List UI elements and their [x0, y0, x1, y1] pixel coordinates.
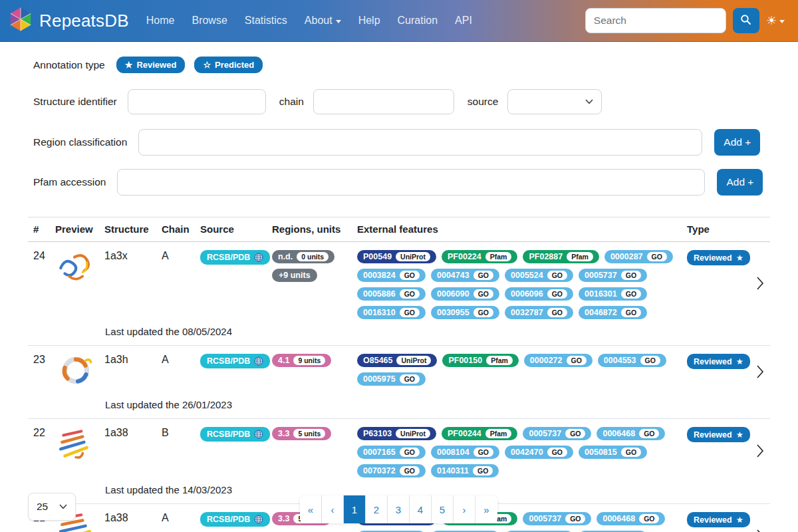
- page-button-3[interactable]: 3: [388, 495, 410, 523]
- globe-icon: [254, 515, 263, 524]
- add-pfam-button[interactable]: Add +: [717, 169, 763, 196]
- feature-badge-go[interactable]: 0000287GO: [604, 250, 673, 263]
- extra-units-badge[interactable]: +9 units: [272, 269, 317, 282]
- feature-badge-pfam[interactable]: PF00244Pfam: [442, 427, 517, 440]
- feature-badge-go[interactable]: 0007165GO: [357, 446, 426, 459]
- feature-badge-go[interactable]: 0008104GO: [431, 446, 499, 459]
- brand-logo[interactable]: RepeatsDB: [8, 7, 129, 35]
- source-name: RCSB/PDB: [207, 515, 250, 524]
- chain-id: A: [156, 354, 195, 392]
- feature-badge-go[interactable]: 0006096GO: [505, 287, 573, 301]
- nav-item-statistics[interactable]: Statistics: [245, 15, 287, 27]
- feature-badge-go[interactable]: 0050815GO: [579, 446, 647, 459]
- feature-badge-uniprot[interactable]: O85465UniProt: [357, 354, 437, 367]
- feature-badge-go[interactable]: 0005524GO: [505, 269, 573, 282]
- nav-item-home[interactable]: Home: [146, 15, 175, 27]
- annotation-type-label: Annotation type: [33, 59, 105, 71]
- prev-page-button[interactable]: ‹: [322, 495, 344, 523]
- page-button-5[interactable]: 5: [432, 495, 454, 523]
- add-region-button[interactable]: Add +: [714, 129, 760, 156]
- theme-toggle[interactable]: ☀: [766, 13, 785, 28]
- chevron-right-icon: [755, 442, 765, 460]
- column-header: Regions, units: [267, 223, 352, 235]
- region-classification-input[interactable]: [138, 129, 702, 156]
- feature-badge-go[interactable]: 0005737GO: [579, 269, 647, 282]
- structure-preview[interactable]: [50, 354, 99, 392]
- feature-badge-uniprot[interactable]: P63103UniProt: [357, 427, 436, 440]
- feature-badge-go-id: 0140311: [437, 466, 469, 475]
- star-filled-icon: ★: [736, 515, 743, 525]
- feature-badge-go[interactable]: 0032787GO: [505, 306, 573, 319]
- region-badge-tag: 9 units: [293, 356, 325, 365]
- source-badge[interactable]: RCSB/PDB: [200, 512, 270, 527]
- feature-badge-go[interactable]: 0016301GO: [579, 287, 647, 301]
- feature-badge-go[interactable]: 0004743GO: [431, 269, 499, 282]
- row-number: 23: [28, 354, 50, 392]
- feature-badge-go[interactable]: 0005737GO: [523, 427, 591, 440]
- pfam-accession-input[interactable]: [117, 169, 705, 196]
- source-badge[interactable]: RCSB/PDB: [200, 354, 270, 368]
- feature-badge-go[interactable]: 0003824GO: [357, 269, 426, 282]
- feature-badge-go-tag: GO: [621, 308, 641, 317]
- feature-badge-go[interactable]: 0140311GO: [431, 464, 499, 477]
- source-badge[interactable]: RCSB/PDB: [200, 250, 270, 265]
- structure-preview[interactable]: [50, 427, 99, 477]
- feature-badge-go[interactable]: 0070372GO: [357, 464, 426, 477]
- feature-badge-pfam[interactable]: PF00150Pfam: [442, 354, 518, 367]
- chain-input[interactable]: [313, 89, 454, 114]
- source-badge[interactable]: RCSB/PDB: [200, 427, 270, 442]
- feature-badge-go-tag: GO: [647, 252, 667, 261]
- region-badge[interactable]: 4.19 units: [272, 354, 331, 367]
- source-select[interactable]: [507, 89, 602, 114]
- feature-badge-uniprot[interactable]: P00549UniProt: [357, 250, 436, 263]
- feature-badge-go-tag: GO: [547, 308, 567, 317]
- reviewed-filter-button[interactable]: ★ Reviewed: [116, 57, 186, 73]
- feature-badge-go[interactable]: 0042470GO: [505, 446, 573, 459]
- feature-badge-go[interactable]: 0046872GO: [579, 306, 647, 319]
- nav-item-help[interactable]: Help: [358, 15, 380, 27]
- feature-badge-go[interactable]: 0005975GO: [357, 372, 426, 386]
- page-button-1[interactable]: 1: [344, 495, 366, 523]
- feature-badge-go[interactable]: 0016310GO: [357, 306, 426, 319]
- feature-badge-go[interactable]: 0005737GO: [523, 512, 591, 525]
- row-detail-chevron[interactable]: [750, 275, 770, 295]
- feature-badge-go[interactable]: 0006468GO: [597, 427, 665, 440]
- nav-item-about[interactable]: About: [305, 15, 341, 27]
- search-button[interactable]: [733, 8, 759, 33]
- structure-identifier-input[interactable]: [128, 89, 266, 114]
- feature-badge-pfam-tag: Pfam: [485, 252, 512, 261]
- structure-id[interactable]: 1a38: [99, 427, 156, 477]
- structure-preview[interactable]: [50, 250, 99, 319]
- regions-cell: 3.35 units: [267, 427, 352, 477]
- feature-badge-go[interactable]: 0000272GO: [524, 354, 593, 367]
- feature-badge-pfam[interactable]: PF02887Pfam: [523, 250, 598, 263]
- feature-badge-go-tag: GO: [639, 429, 659, 438]
- structure-id[interactable]: 1a38: [99, 512, 156, 532]
- feature-badge-pfam[interactable]: PF00224Pfam: [442, 250, 517, 263]
- page-button-4[interactable]: 4: [410, 495, 432, 523]
- feature-badge-go[interactable]: 0006090GO: [431, 287, 499, 301]
- next-page-button[interactable]: ›: [454, 495, 475, 523]
- feature-badge-go[interactable]: 0004553GO: [598, 354, 666, 367]
- nav-item-browse[interactable]: Browse: [192, 15, 227, 27]
- nav-item-curation[interactable]: Curation: [398, 15, 438, 27]
- results-table: #PreviewStructureChainSourceRegions, uni…: [28, 217, 770, 532]
- row-detail-chevron[interactable]: [750, 527, 770, 532]
- row-detail-chevron[interactable]: [750, 363, 770, 383]
- region-badge[interactable]: n.d.0 units: [272, 250, 334, 263]
- predicted-filter-button[interactable]: ☆ Predicted: [194, 57, 263, 73]
- structure-id[interactable]: 1a3x: [99, 250, 156, 319]
- last-page-button[interactable]: »: [475, 495, 497, 523]
- page-button-2[interactable]: 2: [366, 495, 388, 523]
- search-input[interactable]: [585, 8, 726, 33]
- feature-badge-go[interactable]: 0006468GO: [597, 512, 665, 525]
- feature-badge-go[interactable]: 0030955GO: [431, 306, 499, 319]
- structure-id[interactable]: 1a3h: [99, 354, 156, 392]
- first-page-button[interactable]: «: [300, 495, 322, 523]
- type-label: Reviewed: [694, 357, 732, 366]
- feature-badge-go[interactable]: 0005886GO: [357, 287, 426, 301]
- region-badge[interactable]: 3.35 units: [272, 427, 331, 440]
- row-detail-chevron[interactable]: [750, 442, 770, 462]
- nav-item-api[interactable]: API: [455, 15, 472, 27]
- page-size-select[interactable]: 25: [28, 493, 76, 521]
